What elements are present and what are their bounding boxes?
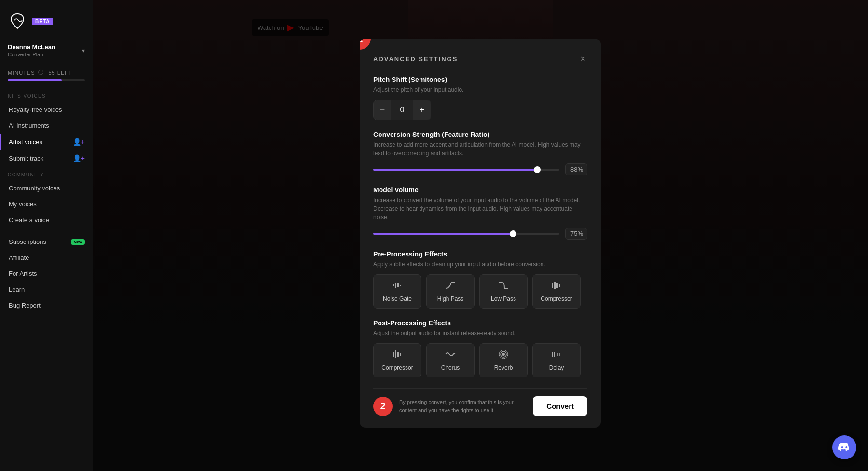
info-icon: ⓘ [38, 69, 44, 76]
minutes-progress-bar [8, 79, 85, 81]
convert-button[interactable]: Convert [533, 396, 587, 416]
user-name: Deanna McLean [8, 43, 55, 51]
model-volume-track[interactable] [373, 233, 559, 235]
svg-rect-2 [397, 283, 399, 287]
svg-rect-6 [556, 283, 558, 288]
delay-label: Delay [549, 364, 564, 371]
modal-overlay: 1 ADVANCED SETTINGS × Pitch Shift (Semit… [93, 0, 868, 471]
pre-noise-gate-button[interactable]: Noise Gate [373, 274, 421, 309]
pre-compressor-icon [551, 281, 562, 293]
pre-processing-label: Pre-Processing Effects [373, 250, 587, 258]
beta-badge: BETA [32, 18, 53, 25]
conversion-strength-value: 88% [565, 163, 587, 175]
chorus-icon [445, 350, 456, 362]
svg-point-12 [502, 353, 505, 356]
minutes-section: MINUTES ⓘ 55 left [0, 64, 93, 88]
svg-rect-11 [400, 353, 401, 356]
conversion-strength-fill [373, 169, 537, 171]
step-2-badge: 2 [373, 397, 393, 416]
reverb-label: Reverb [494, 364, 513, 371]
footer-step-area: 2 By pressing convert, you confirm that … [373, 397, 520, 416]
model-volume-desc: Increase to convert the volume of your i… [373, 196, 587, 222]
conversion-strength-section: Conversion Strength (Feature Ratio) Incr… [373, 131, 587, 175]
main-content: Watch on ▶ YouTube 1 ADVANCED SETTINGS ×… [93, 0, 868, 471]
sidebar-item-my-voices-label: My voices [9, 201, 37, 208]
svg-rect-7 [559, 284, 560, 287]
minutes-progress-fill [8, 79, 62, 81]
conversion-strength-slider-row: 88% [373, 163, 587, 175]
sidebar-item-affiliate-label: Affiliate [9, 254, 29, 261]
add-track-icon: 👤+ [73, 154, 85, 162]
noise-gate-icon [392, 281, 403, 293]
model-volume-thumb[interactable] [510, 230, 516, 237]
model-volume-label: Model Volume [373, 186, 587, 194]
sidebar-item-ai-instruments-label: AI Instruments [9, 122, 49, 129]
noise-gate-label: Noise Gate [383, 296, 412, 302]
delay-icon [551, 350, 562, 362]
user-menu[interactable]: Deanna McLean Converter Plan ▾ [0, 39, 93, 64]
advanced-settings-modal: 1 ADVANCED SETTINGS × Pitch Shift (Semit… [360, 39, 601, 428]
step-1-badge: 1 [360, 39, 371, 50]
sidebar-item-for-artists[interactable]: For Artists [0, 266, 93, 282]
kits-section-label: KITS VOICES [0, 88, 93, 102]
sidebar-item-community-voices[interactable]: Community voices [0, 180, 93, 196]
post-processing-desc: Adjust the output audio for instant rele… [373, 329, 587, 337]
post-processing-label: Post-Processing Effects [373, 319, 587, 327]
minutes-label-text: MINUTES [8, 70, 35, 76]
logo-area: BETA [0, 8, 93, 39]
user-plan: Converter Plan [8, 52, 55, 57]
pitch-increment-button[interactable]: + [413, 100, 431, 120]
svg-rect-9 [395, 350, 396, 358]
conversion-strength-thumb[interactable] [534, 166, 541, 173]
sidebar-item-royalty-free-voices[interactable]: Royalty-free voices [0, 102, 93, 118]
reverb-icon [498, 350, 509, 362]
pitch-decrement-button[interactable]: − [374, 100, 391, 120]
new-badge: New [71, 239, 85, 245]
high-pass-icon [445, 281, 456, 293]
sidebar-item-learn[interactable]: Learn [0, 282, 93, 297]
app-logo-icon [8, 12, 27, 31]
low-pass-label: Low Pass [491, 296, 516, 302]
pitch-value: 0 [391, 100, 413, 120]
chorus-label: Chorus [441, 364, 460, 371]
minutes-left: 55 left [49, 70, 72, 76]
discord-icon [838, 441, 851, 454]
svg-rect-4 [552, 283, 553, 288]
pre-compressor-button[interactable]: Compressor [532, 274, 581, 309]
sidebar-item-ai-instruments[interactable]: AI Instruments [0, 118, 93, 134]
post-compressor-label: Compressor [381, 364, 413, 371]
add-user-icon: 👤+ [73, 138, 85, 146]
discord-fab[interactable] [832, 435, 856, 459]
post-chorus-button[interactable]: Chorus [426, 343, 475, 377]
sidebar-item-bug-report[interactable]: Bug Report [0, 297, 93, 313]
sidebar-item-subscriptions[interactable]: Subscriptions New [0, 234, 93, 250]
sidebar-item-submit-track[interactable]: Submit track 👤+ [0, 150, 93, 166]
post-delay-button[interactable]: Delay [532, 343, 581, 377]
sidebar-item-bug-report-label: Bug Report [9, 302, 41, 309]
sidebar-item-artist-voices[interactable]: Artist voices 👤+ [0, 134, 93, 150]
chevron-down-icon: ▾ [82, 47, 85, 54]
modal-close-button[interactable]: × [578, 52, 587, 66]
post-processing-section: Post-Processing Effects Adjust the outpu… [373, 319, 587, 377]
pre-low-pass-button[interactable]: Low Pass [479, 274, 528, 309]
post-compressor-button[interactable]: Compressor [373, 343, 421, 377]
pre-high-pass-button[interactable]: High Pass [426, 274, 475, 309]
sidebar-item-community-voices-label: Community voices [9, 185, 60, 192]
model-volume-fill [373, 233, 513, 235]
post-reverb-button[interactable]: Reverb [479, 343, 528, 377]
model-volume-slider-row: 75% [373, 228, 587, 240]
sidebar-item-for-artists-label: For Artists [9, 270, 37, 277]
conversion-strength-desc: Increase to add more accent and articula… [373, 140, 587, 158]
sidebar-item-subscriptions-label: Subscriptions [9, 238, 46, 245]
pitch-shift-label: Pitch Shift (Semitones) [373, 76, 587, 83]
post-compressor-icon [392, 350, 403, 362]
sidebar-item-create-voice-label: Create a voice [9, 216, 49, 224]
svg-rect-5 [554, 282, 556, 289]
sidebar-item-create-voice[interactable]: Create a voice [0, 212, 93, 228]
sidebar-item-affiliate[interactable]: Affiliate [0, 250, 93, 266]
sidebar: BETA Deanna McLean Converter Plan ▾ MINU… [0, 0, 93, 471]
modal-footer: 2 By pressing convert, you confirm that … [373, 388, 587, 416]
conversion-strength-track[interactable] [373, 169, 559, 171]
sidebar-item-my-voices[interactable]: My voices [0, 196, 93, 212]
sidebar-item-submit-track-label: Submit track [9, 155, 43, 162]
